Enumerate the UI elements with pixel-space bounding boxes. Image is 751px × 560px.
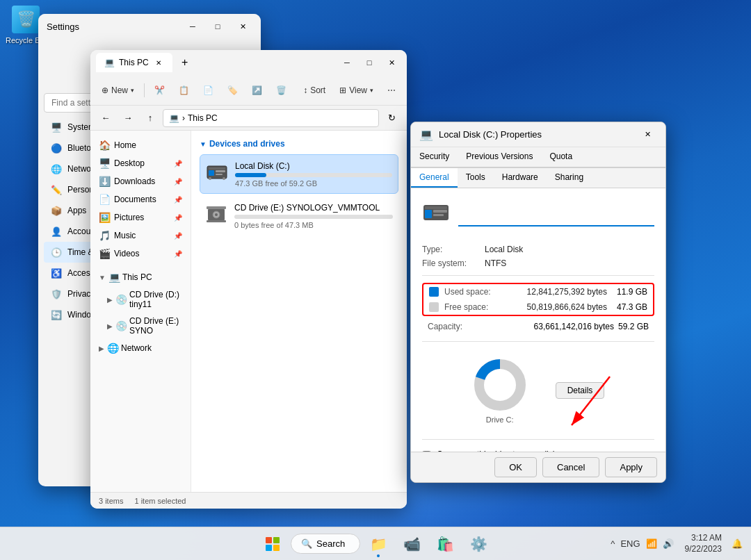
view-button[interactable]: ⊞ View ▾: [334, 83, 379, 98]
cancel-button[interactable]: Cancel: [542, 457, 599, 477]
tab-hardware[interactable]: Hardware: [494, 168, 547, 188]
apps-icon: 📦: [49, 204, 63, 217]
paste-button[interactable]: 📄: [197, 83, 219, 98]
address-bar[interactable]: 💻 › This PC: [163, 109, 379, 127]
dialog-tabs-row2: General Tools Hardware Sharing: [411, 167, 665, 188]
drive-c-free: 47.3 GB free of 59.2 GB: [235, 179, 392, 188]
divider3: [422, 439, 654, 440]
tab-general[interactable]: General: [411, 168, 458, 188]
file-explorer-taskbar-button[interactable]: 📁: [363, 529, 394, 559]
disk-donut-chart: [472, 357, 528, 413]
back-button[interactable]: ←: [96, 108, 115, 128]
ok-button[interactable]: OK: [494, 457, 537, 477]
copy-button[interactable]: 📋: [173, 83, 195, 98]
videos-icon: 🎬: [99, 248, 110, 259]
sort-button[interactable]: ↕ Sort: [298, 83, 331, 98]
pin-icon: 📌: [174, 250, 182, 258]
explorer-window: 💻 This PC ✕ + ─ □ ✕ ⊕ New ▾ ✂️ 📋 📄 🏷️ ↗️…: [90, 50, 407, 509]
tab-previous-versions[interactable]: Previous Versions: [458, 147, 541, 167]
tab-tools[interactable]: Tools: [458, 168, 494, 188]
svg-rect-13: [425, 206, 447, 209]
sidebar-pictures[interactable]: 🖼️ Pictures 📌: [93, 208, 188, 227]
documents-icon: 📄: [99, 194, 110, 205]
new-tab-button[interactable]: +: [175, 53, 195, 72]
search-bar[interactable]: 🔍 Search: [291, 534, 360, 554]
up-button[interactable]: ↑: [140, 108, 160, 128]
rename-button[interactable]: 🏷️: [222, 83, 243, 98]
downloads-label: Downloads: [114, 176, 155, 186]
explorer-tab[interactable]: 💻 This PC ✕: [96, 53, 172, 72]
start-button[interactable]: [257, 529, 288, 559]
sort-label: Sort: [310, 85, 325, 95]
cd-d-icon: 💿: [115, 294, 127, 305]
system-icon: 🖥️: [49, 120, 63, 134]
chevron-down-icon: ▼: [200, 140, 207, 148]
delete-button[interactable]: 🗑️: [270, 83, 292, 98]
tab-security[interactable]: Security: [411, 147, 458, 167]
volume-icon[interactable]: 🔊: [661, 537, 675, 550]
drive-header-icon: [422, 199, 450, 233]
downloads-icon: ⬇️: [99, 176, 110, 187]
pin-icon: 📌: [174, 196, 182, 204]
explorer-sidebar: 🏠 Home 🖥️ Desktop 📌 ⬇️ Downloads 📌 📄 Doc…: [90, 131, 191, 492]
sidebar-downloads[interactable]: ⬇️ Downloads 📌: [93, 172, 188, 190]
sidebar-home[interactable]: 🏠 Home: [93, 136, 188, 154]
tab-close-button[interactable]: ✕: [153, 57, 164, 68]
date-display: 9/22/2023: [685, 544, 722, 555]
disk-chart-area: Drive C: Details: [422, 349, 654, 432]
tab-icon: 💻: [104, 58, 115, 67]
more-button[interactable]: ⋯: [382, 83, 401, 98]
microsoft-store-taskbar-button[interactable]: 🛍️: [430, 529, 460, 559]
drive-c-item[interactable]: Local Disk (C:) 47.3 GB free of 59.2 GB: [200, 154, 398, 194]
expand-icon: ▶: [99, 345, 104, 352]
cut-button[interactable]: ✂️: [149, 83, 170, 98]
used-size: 11.9 GB: [613, 287, 647, 297]
settings-taskbar-button[interactable]: ⚙️: [463, 529, 494, 559]
apply-button[interactable]: Apply: [605, 457, 657, 477]
refresh-button[interactable]: ↻: [382, 108, 401, 128]
pin-icon: 📌: [174, 214, 182, 222]
drive-name-input[interactable]: [458, 207, 654, 227]
dialog-close-button[interactable]: ✕: [638, 128, 657, 142]
sidebar-videos[interactable]: 🎬 Videos 📌: [93, 245, 188, 263]
drive-c-fill: [235, 173, 266, 177]
drive-e-bar: [234, 215, 393, 219]
video-call-taskbar-button[interactable]: 📹: [396, 529, 427, 559]
explorer-maximize-button[interactable]: □: [360, 56, 379, 69]
tab-quota[interactable]: Quota: [541, 147, 581, 167]
dialog-footer: OK Cancel Apply: [411, 452, 665, 482]
sidebar-cd-e[interactable]: ▶ 💿 CD Drive (E:) SYNO: [93, 313, 188, 339]
explorer-close-button[interactable]: ✕: [382, 56, 401, 69]
new-button[interactable]: ⊕ New ▾: [96, 83, 140, 98]
clock[interactable]: 3:12 AM 9/22/2023: [681, 530, 726, 557]
capacity-row: Capacity: 63,661,142,016 bytes 59.2 GB: [422, 319, 654, 334]
settings-minimize-button[interactable]: ─: [183, 19, 202, 33]
forward-button[interactable]: →: [118, 108, 138, 128]
drive-e-item[interactable]: CD Drive (E:) SYNOLOGY_VMMTOOL 0 bytes f…: [200, 197, 398, 235]
explorer-toolbar: ⊕ New ▾ ✂️ 📋 📄 🏷️ ↗️ 🗑️ ↕ Sort ⊞ View ▾ …: [90, 75, 407, 106]
sidebar-desktop[interactable]: 🖥️ Desktop 📌: [93, 154, 188, 172]
tab-sharing[interactable]: Sharing: [547, 168, 592, 188]
details-button[interactable]: Details: [556, 382, 605, 399]
settings-close-button[interactable]: ✕: [233, 19, 252, 33]
sidebar-cd-d[interactable]: ▶ 💿 CD Drive (D:) tiny11: [93, 286, 188, 313]
toolbar-separator: [144, 83, 145, 97]
sidebar-this-pc[interactable]: ▼ 💻 This PC: [93, 268, 188, 286]
type-value: Local Disk: [485, 245, 523, 254]
properties-dialog: 💻 Local Disk (C:) Properties ✕ Security …: [410, 122, 666, 483]
explorer-minimize-button[interactable]: ─: [337, 56, 357, 69]
chevron-up-icon[interactable]: ^: [609, 537, 616, 550]
sidebar-network[interactable]: ▶ 🌐 Network: [93, 339, 188, 357]
sidebar-music[interactable]: 🎵 Music 📌: [93, 227, 188, 245]
explorer-main: ▼ Devices and drives: [191, 131, 407, 492]
drive-header: [422, 199, 654, 233]
lang-indicator[interactable]: ENG: [619, 537, 641, 550]
sidebar-documents[interactable]: 📄 Documents 📌: [93, 190, 188, 208]
svg-rect-15: [433, 210, 447, 213]
settings-maximize-button[interactable]: □: [208, 19, 227, 33]
network-tray-icon[interactable]: 📶: [645, 537, 659, 550]
share-button[interactable]: ↗️: [246, 83, 268, 98]
explorer-titlebar: 💻 This PC ✕ + ─ □ ✕: [90, 50, 407, 75]
new-label: New: [111, 85, 128, 95]
notifications-icon[interactable]: 🔔: [732, 538, 743, 549]
